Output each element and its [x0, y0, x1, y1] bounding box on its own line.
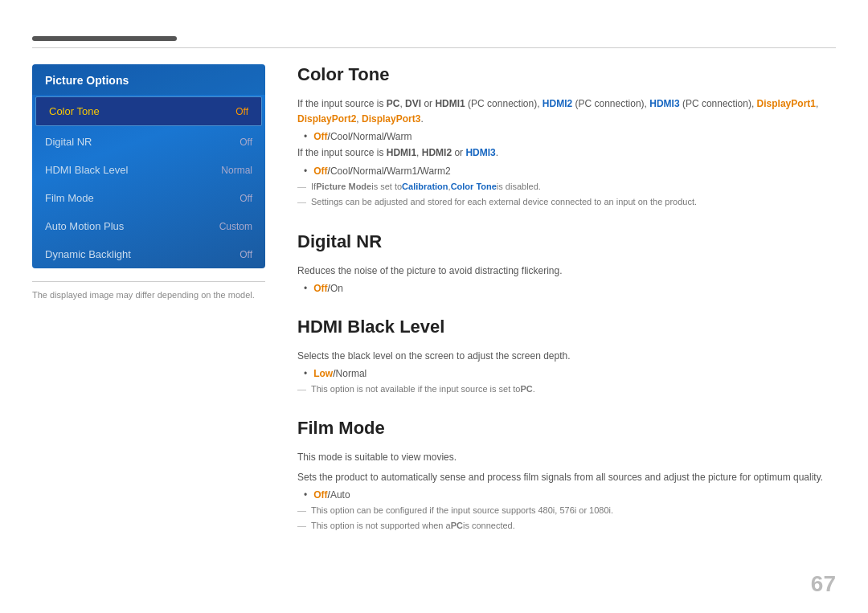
color-tone-note: If Picture Mode is set to Calibration, C…	[297, 180, 836, 194]
menu-item-auto-motion-plus[interactable]: Auto Motion PlusCustom	[32, 212, 265, 240]
digital-nr-title: Digital NR	[297, 231, 836, 255]
menu-title: Picture Options	[32, 64, 265, 95]
digital-nr-bullet: Off / On	[304, 283, 836, 294]
picture-options-menu: Picture Options Color ToneOffDigital NRO…	[32, 64, 265, 268]
hdmi-black-level-title: HDMI Black Level	[297, 317, 836, 341]
hdmi-black-level-paragraph: Selects the black level on the screen to…	[297, 349, 836, 364]
film-mode-paragraph: This mode is suitable to view movies.	[297, 450, 836, 465]
film-mode-title: Film Mode	[297, 418, 836, 442]
film-mode-paragraph: Sets the product to automatically sense …	[297, 470, 836, 485]
film-mode-bullet: Off / Auto	[304, 489, 836, 501]
menu-item-color-tone[interactable]: Color ToneOff	[35, 96, 262, 126]
color-tone-bullet2: Off / Cool / Normal / Warm1 / Warm2	[304, 166, 836, 177]
color-tone-bullet: Off / Cool / Normal / Warm	[304, 131, 836, 142]
menu-item-hdmi-black-level[interactable]: HDMI Black LevelNormal	[32, 156, 265, 184]
color-tone-title: Color Tone	[297, 64, 836, 88]
menu-item-digital-nr[interactable]: Digital NROff	[32, 128, 265, 156]
film-mode-note: This option is not supported when a PC i…	[297, 519, 836, 533]
section-film-mode: Film ModeThis mode is suitable to view m…	[297, 418, 836, 532]
right-content: Color ToneIf the input source is PC, DVI…	[297, 64, 836, 555]
digital-nr-paragraph: Reduces the noise of the picture to avoi…	[297, 264, 836, 279]
color-tone-note: Settings can be adjusted and stored for …	[297, 195, 836, 209]
hdmi-black-level-note: This option is not available if the inpu…	[297, 382, 836, 396]
left-note: The displayed image may differ depending…	[32, 281, 265, 300]
top-bar-decoration	[32, 36, 177, 41]
hdmi-black-level-bullet: Low / Normal	[304, 368, 836, 379]
menu-item-film-mode[interactable]: Film ModeOff	[32, 184, 265, 212]
page-number: 67	[811, 571, 836, 597]
section-color-tone: Color ToneIf the input source is PC, DVI…	[297, 64, 836, 209]
section-hdmi-black-level: HDMI Black LevelSelects the black level …	[297, 317, 836, 396]
film-mode-note: This option can be configured if the inp…	[297, 504, 836, 517]
left-panel: Picture Options Color ToneOffDigital NRO…	[32, 64, 265, 555]
color-tone-paragraph: If the input source is PC, DVI or HDMI1 …	[297, 96, 836, 127]
section-digital-nr: Digital NRReduces the noise of the pictu…	[297, 231, 836, 294]
menu-item-dynamic-backlight[interactable]: Dynamic BacklightOff	[32, 240, 265, 268]
color-tone-paragraph2: If the input source is HDMI1, HDMI2 or H…	[297, 145, 836, 161]
